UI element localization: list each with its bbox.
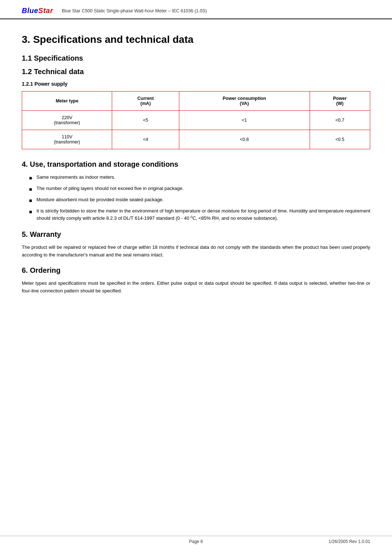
header-title: Blue Star C500 Static Single-phase Watt-… xyxy=(62,8,207,13)
footer-right: 1/26/2005 Rev 1.0.01 xyxy=(328,539,370,544)
page-wrapper: BlueStar Blue Star C500 Static Single-ph… xyxy=(0,0,392,555)
footer-page: Page 6 xyxy=(189,539,203,544)
bullet-text: It is strictly forbidden to store the me… xyxy=(36,207,370,222)
logo-star: Star xyxy=(38,7,53,15)
logo-blue: Blue xyxy=(22,7,38,15)
col-header-meter-type: Meter type xyxy=(22,92,112,111)
section-5-heading: 5. Warranty xyxy=(22,230,370,239)
page-header: BlueStar Blue Star C500 Static Single-ph… xyxy=(0,0,392,19)
chapter-title: 3. Specifications and technical data xyxy=(22,34,370,45)
section-5-body: The product will be repaired or replaced… xyxy=(22,244,370,259)
table-header-row: Meter type Current (mA) Power consumptio… xyxy=(22,92,370,111)
section-1-2-1-heading: 1.2.1 Power supply xyxy=(22,81,370,87)
logo: BlueStar xyxy=(22,7,53,15)
bullet-icon: ■ xyxy=(29,186,32,193)
cell-meter-type-2: 110V (transformer) xyxy=(22,130,112,149)
section-1-2-heading: 1.2 Technical data xyxy=(22,68,370,76)
section-1-1-heading: 1.1 Specifications xyxy=(22,54,370,62)
section-4-heading: 4. Use, transportation and storage condi… xyxy=(22,160,370,169)
col-header-power-consumption: Power consumption (VA) xyxy=(179,92,310,111)
main-content: 3. Specifications and technical data 1.1… xyxy=(0,19,392,331)
list-item: ■ It is strictly forbidden to store the … xyxy=(29,207,370,222)
cell-current-1: <5 xyxy=(112,111,179,130)
cell-power-2: <0.5 xyxy=(310,130,370,149)
col-header-current: Current (mA) xyxy=(112,92,179,111)
page-footer: Page 6 1/26/2005 Rev 1.0.01 xyxy=(0,536,392,544)
cell-power-consumption-1: <1 xyxy=(179,111,310,130)
cell-power-1: <0.7 xyxy=(310,111,370,130)
bullet-icon: ■ xyxy=(29,174,32,182)
bullet-text: The number of piling layers should not e… xyxy=(36,185,370,192)
table-row: 110V (transformer) <4 <0.8 <0.5 xyxy=(22,130,370,149)
cell-meter-type-1: 220V (transformer) xyxy=(22,111,112,130)
section-6-heading: 6. Ordering xyxy=(22,266,370,275)
bullet-icon: ■ xyxy=(29,208,32,216)
list-item: ■ Same requirements as indoor meters. xyxy=(29,174,370,182)
power-supply-table: Meter type Current (mA) Power consumptio… xyxy=(22,91,370,149)
list-item: ■ Moisture absorbent must be provided in… xyxy=(29,196,370,204)
section-6-body: Meter types and specifications must be s… xyxy=(22,280,370,295)
list-item: ■ The number of piling layers should not… xyxy=(29,185,370,193)
cell-power-consumption-2: <0.8 xyxy=(179,130,310,149)
bullet-icon: ■ xyxy=(29,197,32,204)
cell-current-2: <4 xyxy=(112,130,179,149)
col-header-power: Power (W) xyxy=(310,92,370,111)
bullet-text: Same requirements as indoor meters. xyxy=(36,174,370,181)
table-row: 220V (transformer) <5 <1 <0.7 xyxy=(22,111,370,130)
bullet-text: Moisture absorbent must be provided insi… xyxy=(36,196,370,203)
section-4-bullets: ■ Same requirements as indoor meters. ■ … xyxy=(29,174,370,222)
